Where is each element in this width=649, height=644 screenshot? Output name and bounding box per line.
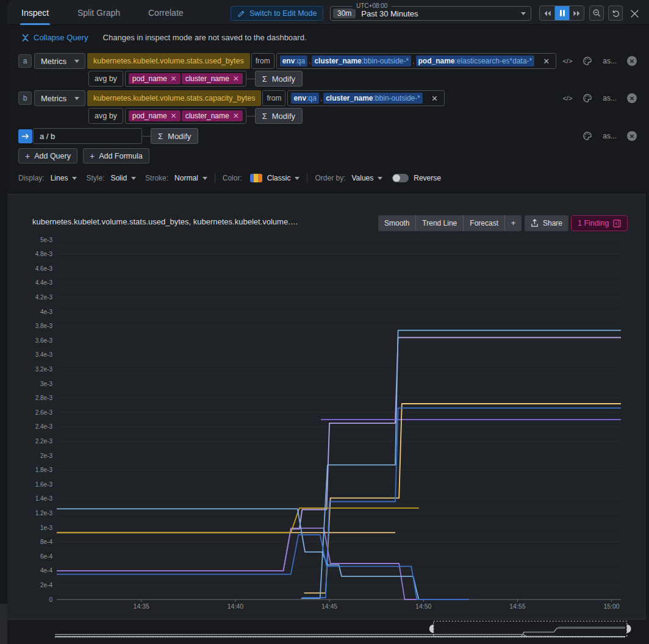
timeseries-chart[interactable]: 5e-34.8e-34.6e-34.4e-34.2e-34e-33.8e-33.… bbox=[7, 232, 645, 613]
group-by-tag[interactable]: cluster_name✕ bbox=[182, 110, 243, 121]
stroke-select[interactable]: Normal bbox=[174, 174, 207, 182]
y-axis-label: 1.6e-3 bbox=[35, 481, 53, 488]
zoom-out-button[interactable] bbox=[589, 5, 604, 21]
palette-icon[interactable] bbox=[583, 93, 592, 103]
group-by-input[interactable]: pod_name✕cluster_name✕ bbox=[125, 108, 246, 124]
query-modify-button[interactable]: ΣModify bbox=[255, 71, 303, 87]
formula-as-button[interactable]: as... bbox=[603, 132, 617, 140]
rewind-button[interactable] bbox=[540, 6, 554, 20]
graph-button-trend-line[interactable]: Trend Line bbox=[415, 215, 463, 231]
brush-selection[interactable] bbox=[434, 621, 627, 637]
tab-inspect[interactable]: Inspect bbox=[21, 0, 49, 25]
code-icon[interactable]: </> bbox=[562, 95, 572, 102]
pause-button[interactable] bbox=[554, 6, 569, 20]
palette-icon[interactable] bbox=[583, 131, 592, 141]
clear-filters-icon[interactable]: ✕ bbox=[431, 95, 438, 102]
group-by-tag[interactable]: cluster_name✕ bbox=[182, 73, 243, 84]
style-select[interactable]: Solid bbox=[110, 174, 136, 182]
filter-tags-input[interactable]: env:qa,cluster_name:bbin-outside-*✕ bbox=[287, 90, 444, 106]
remove-tag-icon[interactable]: ✕ bbox=[171, 112, 177, 120]
display-select[interactable]: Lines bbox=[51, 174, 77, 182]
query-row-a: aMetricskubernetes.kubelet.volume.stats.… bbox=[18, 53, 637, 69]
clear-filters-icon[interactable]: ✕ bbox=[543, 57, 550, 65]
query-letter-chip: a bbox=[18, 54, 32, 68]
filter-tags-input[interactable]: env:qa,cluster_name:bbin-outside-*,pod_n… bbox=[276, 53, 556, 69]
from-label: from bbox=[262, 90, 285, 106]
share-button[interactable]: Share bbox=[525, 215, 568, 231]
x-axis-label: 14:55 bbox=[509, 603, 525, 610]
filter-tag-value: :bbin-outside-* bbox=[362, 57, 409, 65]
edit-mode-label: Switch to Edit Mode bbox=[249, 9, 317, 18]
modify-label: Modify bbox=[168, 132, 191, 141]
remove-query-icon[interactable]: ✕ bbox=[627, 93, 637, 103]
color-select[interactable]: Classic bbox=[267, 174, 300, 182]
filter-tag[interactable]: env:qa bbox=[280, 55, 307, 66]
remove-tag-icon[interactable]: ✕ bbox=[171, 75, 177, 82]
add-query-button[interactable]: + Add Query bbox=[18, 148, 77, 163]
remove-formula-icon[interactable]: ✕ bbox=[627, 131, 637, 141]
data-source-select[interactable]: Metrics bbox=[34, 90, 85, 106]
finding-button[interactable]: 1 Finding bbox=[571, 215, 628, 231]
x-axis-label: 15:00 bbox=[603, 603, 619, 610]
graph-button-smooth[interactable]: Smooth bbox=[378, 215, 415, 231]
add-formula-button[interactable]: + Add Formula bbox=[83, 148, 149, 163]
restore-zoom-button[interactable] bbox=[608, 5, 623, 21]
order-by-select[interactable]: Values bbox=[351, 174, 382, 182]
remove-tag-icon[interactable]: ✕ bbox=[233, 75, 239, 82]
tab-correlate[interactable]: Correlate bbox=[148, 0, 184, 25]
y-axis-label: 4.2e-3 bbox=[35, 294, 53, 301]
group-by-label: avg by bbox=[88, 108, 123, 124]
query-as-button[interactable]: as... bbox=[603, 94, 617, 102]
y-axis-label: 2e-4 bbox=[40, 582, 52, 589]
remove-tag-icon[interactable]: ✕ bbox=[233, 112, 239, 120]
formula-expression-input[interactable]: a / b bbox=[33, 128, 142, 144]
graph-overlay-buttons: SmoothTrend LineForecast+ bbox=[378, 215, 522, 231]
time-brush[interactable] bbox=[7, 620, 645, 638]
filter-tag[interactable]: pod_name:elasticsearch-es*data-* bbox=[416, 55, 535, 66]
reverse-toggle[interactable] bbox=[392, 174, 409, 182]
pencil-icon bbox=[237, 10, 245, 18]
collapse-query-button[interactable]: Collapse Query bbox=[21, 33, 88, 42]
graph-button--[interactable]: + bbox=[504, 215, 522, 231]
switch-to-edit-mode-button[interactable]: Switch to Edit Mode bbox=[231, 6, 323, 21]
chart-series-series_purple_1 bbox=[57, 528, 468, 599]
query-group-row-b: avg bypod_name✕cluster_name✕ΣModify bbox=[88, 108, 303, 124]
playback-controls bbox=[539, 5, 584, 21]
add-formula-label: Add Formula bbox=[99, 152, 143, 160]
metric-name-field[interactable]: kubernetes.kubelet.volume.stats.capacity… bbox=[87, 90, 261, 106]
filter-tag[interactable]: cluster_name:bbin-outside-* bbox=[323, 93, 423, 104]
finding-label: 1 Finding bbox=[578, 219, 609, 227]
graph-button-forecast[interactable]: Forecast bbox=[463, 215, 504, 231]
color-palette-swatch[interactable] bbox=[250, 174, 262, 182]
chevron-down-icon bbox=[295, 177, 299, 180]
chart-series-series_light_blue_2 bbox=[301, 331, 621, 599]
filter-tag-key: cluster_name bbox=[314, 57, 361, 65]
query-as-button[interactable]: as... bbox=[603, 57, 617, 65]
filter-tag[interactable]: cluster_name:bbin-outside-* bbox=[312, 55, 411, 66]
fast-forward-button[interactable] bbox=[569, 6, 584, 20]
palette-icon[interactable] bbox=[583, 56, 592, 66]
query-modify-button[interactable]: ΣModify bbox=[255, 108, 303, 124]
time-range-selector[interactable]: 30m Past 30 Minutes UTC+08:00 bbox=[330, 6, 531, 21]
group-by-tag[interactable]: pod_name✕ bbox=[129, 73, 181, 84]
metric-name-field[interactable]: kubernetes.kubelet.volume.stats.used_byt… bbox=[87, 53, 250, 69]
filter-tag[interactable]: env:qa bbox=[291, 93, 318, 104]
remove-query-icon[interactable]: ✕ bbox=[627, 56, 637, 66]
group-by-tag[interactable]: pod_name✕ bbox=[129, 110, 181, 121]
display-label: Display: bbox=[18, 174, 45, 182]
filter-tag-key: env bbox=[293, 94, 306, 102]
brush-handle-right[interactable] bbox=[627, 624, 631, 633]
group-by-input[interactable]: pod_name✕cluster_name✕ bbox=[125, 71, 246, 87]
group-by-label: avg by bbox=[88, 71, 123, 87]
query-actions: + Add Query + Add Formula bbox=[18, 148, 149, 163]
data-source-select[interactable]: Metrics bbox=[34, 53, 85, 69]
time-range-label: Past 30 Minutes bbox=[361, 9, 521, 18]
code-icon[interactable]: </> bbox=[562, 57, 572, 65]
close-icon[interactable] bbox=[628, 7, 641, 20]
brush-handle-left[interactable] bbox=[429, 624, 434, 633]
tab-split-graph[interactable]: Split Graph bbox=[77, 0, 120, 25]
y-axis-label: 8e-4 bbox=[40, 538, 52, 545]
formula-modify-button[interactable]: Σ Modify bbox=[151, 128, 198, 144]
y-axis-label: 1.4e-3 bbox=[35, 495, 53, 502]
y-axis-label: 4e-4 bbox=[40, 567, 52, 574]
